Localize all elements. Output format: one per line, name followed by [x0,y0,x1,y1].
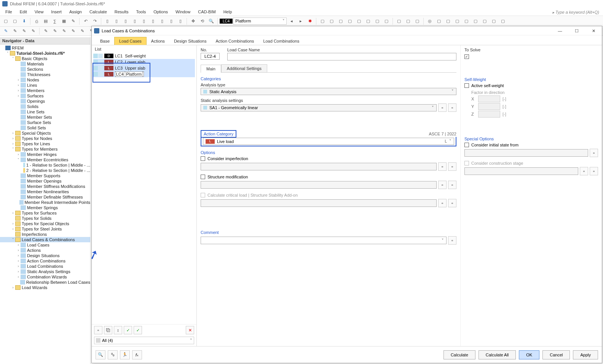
t-q-icon[interactable]: ▢ [480,17,489,25]
menu-results[interactable]: Results [111,9,132,15]
draw3-icon[interactable]: ✎ [20,27,28,35]
expand-icon[interactable]: › [16,264,21,268]
print-icon[interactable]: ⎙ [32,17,41,25]
t-e-icon[interactable]: ▢ [355,17,363,25]
menu-assign[interactable]: Assign [65,9,86,15]
comment-edit-button[interactable]: ▫ [448,236,456,245]
cs-btn2[interactable]: ▫ [590,167,598,175]
menu-window[interactable]: Window [172,9,194,15]
navigator-tree[interactable]: RFEM ˅Tutorial-Steel-Joints.rf6* ˅Basic … [0,45,90,364]
comment-combo[interactable]: ˅ [201,237,447,244]
draw4-icon[interactable]: ✎ [29,27,37,35]
draw2-icon[interactable]: ✎ [11,27,19,35]
t-d-icon[interactable]: ▢ [346,17,354,25]
draw7-icon[interactable]: ✎ [60,27,68,35]
lc-new-icon[interactable]: ✱ [306,17,314,25]
save-icon[interactable]: ⬇ [20,17,28,25]
t-o-icon[interactable]: ▢ [462,17,471,25]
tab-actions[interactable]: Actions [147,37,169,45]
analysis-type-combo[interactable]: Static Analysis˅ [201,88,456,95]
t-g-icon[interactable]: ▢ [373,17,381,25]
action-category-combo[interactable]: LLive loadL ˅ [203,138,454,145]
list-content[interactable]: DLC1 Self-weight LLC2 Lower slab LLC3 Up… [92,53,196,324]
sort-lc-button[interactable]: ↕ [114,326,122,334]
t-r-icon[interactable]: ▢ [490,17,498,25]
new-icon[interactable]: ▢ [2,17,10,25]
maximize-button[interactable]: ☐ [568,26,585,35]
calccrit-edit-button[interactable]: ▫ [448,199,456,207]
initial-state-btn[interactable]: ▫ [590,149,598,157]
name-input[interactable] [227,53,456,60]
expand-icon[interactable]: ˅ [11,238,15,242]
expand-icon[interactable]: › [11,286,15,289]
calc-icon[interactable]: ∑ [51,17,59,25]
t-j-icon[interactable]: ▢ [404,17,412,25]
redo-icon[interactable]: ↷ [91,17,99,25]
sub-tab-additional[interactable]: Additional Settings [221,64,267,72]
draw8-icon[interactable]: ✎ [69,27,77,35]
imperf-new-button[interactable]: ▫ [438,162,447,171]
delete-lc-button[interactable]: ✕ [186,326,194,334]
menu-file[interactable]: File [2,9,16,15]
t-c-icon[interactable]: ▢ [337,17,345,25]
view4-icon[interactable]: ▯ [131,17,139,25]
keyword-search[interactable]: ▸ Type a keyword (Alt+Q) [552,10,599,14]
draw1-icon[interactable]: ✎ [2,27,10,35]
fx-button[interactable]: fₓ [132,350,142,359]
active-selfweight-checkbox[interactable] [464,83,469,88]
t-n-icon[interactable]: ▢ [453,17,461,25]
tab-load-combinations[interactable]: Load Combinations [258,37,304,45]
view9-icon[interactable]: ▯ [176,17,185,25]
draw5-icon[interactable]: ✎ [41,27,50,35]
draw9-icon[interactable]: ✎ [78,27,86,35]
expand-icon[interactable]: ˅ [5,51,10,55]
report-icon[interactable]: ▤ [41,17,50,25]
expand-icon[interactable]: › [16,83,21,87]
zoom-icon[interactable]: 🔍 [207,17,215,25]
minimize-button[interactable]: — [552,26,568,35]
expand-icon[interactable]: › [11,227,15,231]
uncheck-lc-button[interactable]: ✓ [134,326,142,334]
expand-icon[interactable]: › [16,270,21,273]
expand-icon[interactable]: › [16,259,21,263]
filter-combo[interactable]: All (4)˅ [94,337,194,344]
structure-mod-checkbox[interactable] [201,175,205,179]
script-icon[interactable]: ✎ [69,17,77,25]
menu-cadbim[interactable]: CAD-BIM [194,9,219,15]
next-lc-icon[interactable]: ▸ [297,17,305,25]
calccrit-new-button[interactable]: ▫ [438,199,447,207]
structmod-new-button[interactable]: ▫ [438,181,447,189]
find-icon[interactable]: ◎ [426,17,434,25]
close-button[interactable]: ✕ [585,26,602,35]
sas-combo[interactable]: SA1 - Geometrically linear˅ [201,104,437,111]
t-b-icon[interactable]: ▢ [327,17,336,25]
t-l-icon[interactable]: ▢ [435,17,443,25]
move-icon[interactable]: ✥ [189,17,197,25]
t-f-icon[interactable]: ▢ [364,17,372,25]
tab-base[interactable]: Base [96,37,114,45]
t-s-icon[interactable]: ▢ [499,17,507,25]
copy-lc-button[interactable]: ⿻ [104,326,112,334]
table-icon[interactable]: ▦ [60,17,68,25]
expand-icon[interactable]: › [16,275,21,279]
t-a-icon[interactable]: ▢ [318,17,327,25]
calculate-button[interactable]: Calculate [443,350,475,359]
expand-icon[interactable]: › [16,89,21,92]
apply-button[interactable]: Apply [573,350,598,359]
expand-icon[interactable]: › [16,248,21,252]
expand-icon[interactable]: › [16,78,21,82]
dialog-titlebar[interactable]: Load Cases & Combinations — ☐ ✕ [92,26,602,35]
ok-button[interactable]: OK [519,350,539,359]
menu-tools[interactable]: Tools [132,9,150,15]
tab-load-cases[interactable]: Load Cases [114,37,147,45]
menu-help[interactable]: Help [220,9,236,15]
new-lc-button[interactable]: ▫ [94,326,102,334]
view1-icon[interactable]: ▯ [103,17,112,25]
menu-options[interactable]: Options [150,9,172,15]
t-h-icon[interactable]: ▢ [382,17,391,25]
expand-icon[interactable]: › [16,254,21,258]
expand-icon[interactable]: ˅ [11,57,15,60]
t-p-icon[interactable]: ▢ [471,17,480,25]
sas-edit-button[interactable]: ▫ [448,103,456,112]
menu-edit[interactable]: Edit [16,9,31,15]
